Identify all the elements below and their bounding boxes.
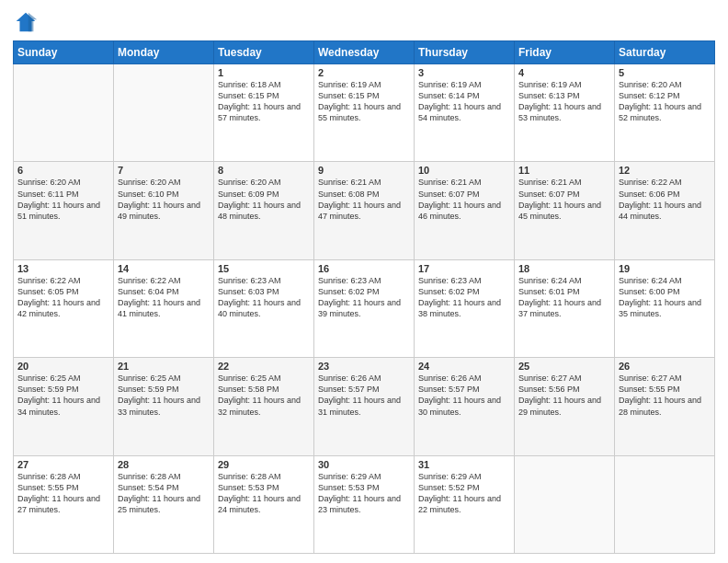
calendar-cell: 25Sunrise: 6:27 AM Sunset: 5:56 PM Dayli… xyxy=(515,358,615,455)
day-number: 27 xyxy=(17,459,109,470)
day-number: 9 xyxy=(318,165,410,176)
calendar-cell: 3Sunrise: 6:19 AM Sunset: 6:14 PM Daylig… xyxy=(415,64,515,162)
day-number: 23 xyxy=(318,361,410,372)
calendar-cell: 16Sunrise: 6:23 AM Sunset: 6:02 PM Dayli… xyxy=(314,259,415,357)
calendar-cell: 11Sunrise: 6:21 AM Sunset: 6:07 PM Dayli… xyxy=(515,162,615,259)
calendar-header-row: SundayMondayTuesdayWednesdayThursdayFrid… xyxy=(14,41,715,64)
calendar-cell xyxy=(114,64,214,162)
day-info: Sunrise: 6:24 AM Sunset: 6:01 PM Dayligh… xyxy=(518,275,610,320)
calendar-cell: 4Sunrise: 6:19 AM Sunset: 6:13 PM Daylig… xyxy=(515,64,615,162)
page: SundayMondayTuesdayWednesdayThursdayFrid… xyxy=(0,0,728,563)
logo-icon xyxy=(13,9,39,35)
day-info: Sunrise: 6:19 AM Sunset: 6:14 PM Dayligh… xyxy=(418,79,510,124)
calendar-cell: 27Sunrise: 6:28 AM Sunset: 5:55 PM Dayli… xyxy=(14,455,114,553)
calendar-cell: 20Sunrise: 6:25 AM Sunset: 5:59 PM Dayli… xyxy=(14,358,114,455)
calendar-cell: 6Sunrise: 6:20 AM Sunset: 6:11 PM Daylig… xyxy=(14,162,114,259)
day-number: 5 xyxy=(619,67,711,78)
calendar-cell: 22Sunrise: 6:25 AM Sunset: 5:58 PM Dayli… xyxy=(214,358,314,455)
weekday-header: Saturday xyxy=(615,41,715,64)
calendar-cell: 1Sunrise: 6:18 AM Sunset: 6:15 PM Daylig… xyxy=(214,64,314,162)
calendar-cell: 19Sunrise: 6:24 AM Sunset: 6:00 PM Dayli… xyxy=(615,259,715,357)
day-number: 22 xyxy=(218,361,310,372)
weekday-header: Wednesday xyxy=(314,41,415,64)
day-info: Sunrise: 6:20 AM Sunset: 6:09 PM Dayligh… xyxy=(218,177,310,222)
day-info: Sunrise: 6:20 AM Sunset: 6:11 PM Dayligh… xyxy=(17,177,109,222)
calendar-cell: 9Sunrise: 6:21 AM Sunset: 6:08 PM Daylig… xyxy=(314,162,415,259)
day-info: Sunrise: 6:20 AM Sunset: 6:12 PM Dayligh… xyxy=(619,79,711,124)
day-info: Sunrise: 6:29 AM Sunset: 5:52 PM Dayligh… xyxy=(418,471,510,516)
day-number: 14 xyxy=(118,263,210,274)
day-number: 16 xyxy=(318,263,410,274)
day-number: 18 xyxy=(518,263,610,274)
weekday-header: Friday xyxy=(515,41,615,64)
day-number: 25 xyxy=(518,361,610,372)
calendar-cell: 12Sunrise: 6:22 AM Sunset: 6:06 PM Dayli… xyxy=(615,162,715,259)
day-info: Sunrise: 6:23 AM Sunset: 6:03 PM Dayligh… xyxy=(218,275,310,320)
calendar-cell: 15Sunrise: 6:23 AM Sunset: 6:03 PM Dayli… xyxy=(214,259,314,357)
day-number: 4 xyxy=(518,67,610,78)
calendar-cell xyxy=(14,64,114,162)
day-info: Sunrise: 6:27 AM Sunset: 5:55 PM Dayligh… xyxy=(619,373,711,418)
day-number: 30 xyxy=(318,459,410,470)
day-number: 1 xyxy=(218,67,310,78)
svg-marker-1 xyxy=(28,13,37,32)
calendar-week-row: 13Sunrise: 6:22 AM Sunset: 6:05 PM Dayli… xyxy=(14,259,715,357)
day-info: Sunrise: 6:20 AM Sunset: 6:10 PM Dayligh… xyxy=(118,177,210,222)
day-info: Sunrise: 6:26 AM Sunset: 5:57 PM Dayligh… xyxy=(418,373,510,418)
calendar-cell xyxy=(515,455,615,553)
day-number: 31 xyxy=(418,459,510,470)
calendar-cell: 18Sunrise: 6:24 AM Sunset: 6:01 PM Dayli… xyxy=(515,259,615,357)
header xyxy=(13,9,715,35)
calendar-cell: 10Sunrise: 6:21 AM Sunset: 6:07 PM Dayli… xyxy=(415,162,515,259)
day-number: 15 xyxy=(218,263,310,274)
day-number: 13 xyxy=(17,263,109,274)
weekday-header: Sunday xyxy=(14,41,114,64)
day-number: 2 xyxy=(318,67,410,78)
day-number: 29 xyxy=(218,459,310,470)
day-number: 11 xyxy=(518,165,610,176)
calendar-cell: 17Sunrise: 6:23 AM Sunset: 6:02 PM Dayli… xyxy=(415,259,515,357)
day-number: 10 xyxy=(418,165,510,176)
day-info: Sunrise: 6:22 AM Sunset: 6:05 PM Dayligh… xyxy=(17,275,109,320)
calendar-cell: 14Sunrise: 6:22 AM Sunset: 6:04 PM Dayli… xyxy=(114,259,214,357)
calendar-week-row: 20Sunrise: 6:25 AM Sunset: 5:59 PM Dayli… xyxy=(14,358,715,455)
calendar-cell: 30Sunrise: 6:29 AM Sunset: 5:53 PM Dayli… xyxy=(314,455,415,553)
day-info: Sunrise: 6:27 AM Sunset: 5:56 PM Dayligh… xyxy=(518,373,610,418)
day-info: Sunrise: 6:22 AM Sunset: 6:06 PM Dayligh… xyxy=(619,177,711,222)
calendar-cell: 2Sunrise: 6:19 AM Sunset: 6:15 PM Daylig… xyxy=(314,64,415,162)
day-info: Sunrise: 6:26 AM Sunset: 5:57 PM Dayligh… xyxy=(318,373,410,418)
calendar-cell: 26Sunrise: 6:27 AM Sunset: 5:55 PM Dayli… xyxy=(615,358,715,455)
day-number: 26 xyxy=(619,361,711,372)
calendar-week-row: 27Sunrise: 6:28 AM Sunset: 5:55 PM Dayli… xyxy=(14,455,715,553)
calendar-cell: 29Sunrise: 6:28 AM Sunset: 5:53 PM Dayli… xyxy=(214,455,314,553)
day-number: 19 xyxy=(619,263,711,274)
calendar-cell xyxy=(615,455,715,553)
day-info: Sunrise: 6:24 AM Sunset: 6:00 PM Dayligh… xyxy=(619,275,711,320)
day-info: Sunrise: 6:19 AM Sunset: 6:15 PM Dayligh… xyxy=(318,79,410,124)
calendar-cell: 21Sunrise: 6:25 AM Sunset: 5:59 PM Dayli… xyxy=(114,358,214,455)
day-info: Sunrise: 6:19 AM Sunset: 6:13 PM Dayligh… xyxy=(518,79,610,124)
day-number: 20 xyxy=(17,361,109,372)
day-number: 28 xyxy=(118,459,210,470)
day-info: Sunrise: 6:22 AM Sunset: 6:04 PM Dayligh… xyxy=(118,275,210,320)
day-number: 7 xyxy=(118,165,210,176)
day-info: Sunrise: 6:29 AM Sunset: 5:53 PM Dayligh… xyxy=(318,471,410,516)
day-number: 17 xyxy=(418,263,510,274)
day-number: 8 xyxy=(218,165,310,176)
day-info: Sunrise: 6:28 AM Sunset: 5:53 PM Dayligh… xyxy=(218,471,310,516)
calendar-cell: 24Sunrise: 6:26 AM Sunset: 5:57 PM Dayli… xyxy=(415,358,515,455)
calendar-cell: 31Sunrise: 6:29 AM Sunset: 5:52 PM Dayli… xyxy=(415,455,515,553)
day-number: 3 xyxy=(418,67,510,78)
day-info: Sunrise: 6:25 AM Sunset: 5:59 PM Dayligh… xyxy=(17,373,109,418)
day-info: Sunrise: 6:25 AM Sunset: 5:58 PM Dayligh… xyxy=(218,373,310,418)
day-info: Sunrise: 6:25 AM Sunset: 5:59 PM Dayligh… xyxy=(118,373,210,418)
day-info: Sunrise: 6:23 AM Sunset: 6:02 PM Dayligh… xyxy=(318,275,410,320)
weekday-header: Monday xyxy=(114,41,214,64)
calendar-cell: 8Sunrise: 6:20 AM Sunset: 6:09 PM Daylig… xyxy=(214,162,314,259)
day-number: 12 xyxy=(619,165,711,176)
day-info: Sunrise: 6:18 AM Sunset: 6:15 PM Dayligh… xyxy=(218,79,310,124)
weekday-header: Thursday xyxy=(415,41,515,64)
day-info: Sunrise: 6:21 AM Sunset: 6:08 PM Dayligh… xyxy=(318,177,410,222)
calendar-cell: 7Sunrise: 6:20 AM Sunset: 6:10 PM Daylig… xyxy=(114,162,214,259)
day-number: 6 xyxy=(17,165,109,176)
